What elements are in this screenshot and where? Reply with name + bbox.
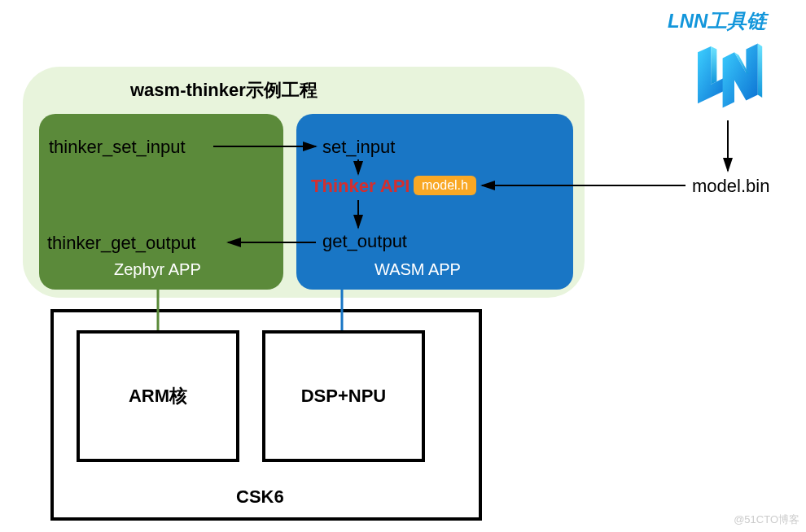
svg-marker-3 — [723, 43, 758, 107]
csk6-label: CSK6 — [236, 486, 284, 508]
dsp-npu-label: DSP+NPU — [301, 386, 387, 407]
arm-core-label: ARM核 — [129, 384, 187, 408]
zephyr-get-output-label: thinker_get_output — [47, 233, 195, 254]
wasm-set-input-label: set_input — [322, 137, 395, 158]
model-bin-label: model.bin — [692, 176, 769, 197]
zephyr-app-label: Zephyr APP — [114, 260, 201, 279]
model-h-badge: model.h — [414, 176, 476, 195]
lnn-logo-icon — [690, 39, 764, 112]
project-title: wasm-thinker示例工程 — [130, 78, 318, 102]
wasm-app-label: WASM APP — [375, 260, 461, 279]
wasm-get-output-label: get_output — [322, 231, 407, 252]
svg-marker-1 — [711, 46, 716, 85]
watermark-text: @51CTO博客 — [734, 512, 799, 527]
svg-marker-4 — [758, 43, 762, 98]
dsp-npu-box: DSP+NPU — [262, 330, 425, 462]
thinker-api-label: Thinker API — [311, 176, 410, 197]
lnn-toolchain-title: LNN工具链 — [668, 8, 766, 34]
zephyr-set-input-label: thinker_set_input — [49, 137, 186, 158]
arm-core-box: ARM核 — [77, 330, 239, 462]
